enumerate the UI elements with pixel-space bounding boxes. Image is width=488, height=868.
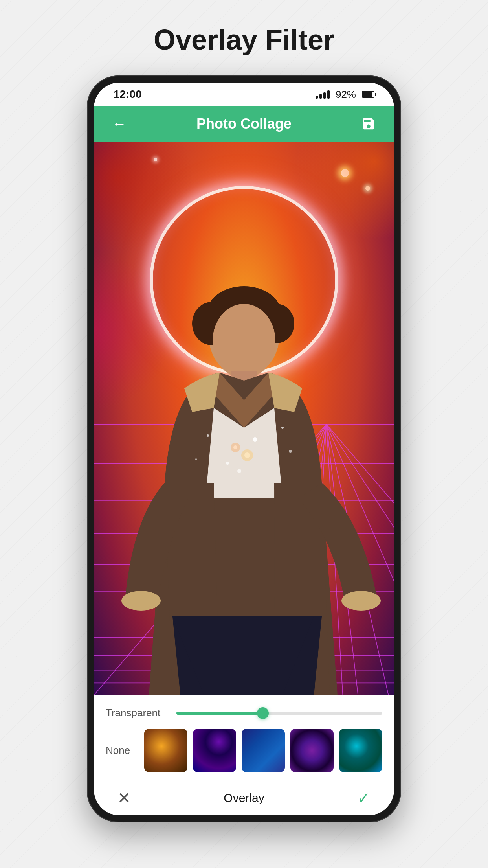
svg-point-35 [237,469,241,473]
phone-frame: 12:00 92% ← Photo Collage [87,75,401,822]
back-arrow-icon: ← [112,116,127,132]
svg-point-33 [226,462,229,465]
app-header: ← Photo Collage [94,106,394,142]
signal-icon [316,90,330,99]
filter-none-label: None [106,745,137,757]
slider-fill [176,712,263,715]
save-icon [361,116,376,131]
status-time: 12:00 [114,88,142,101]
svg-point-41 [289,450,292,453]
person-image [94,142,394,695]
svg-point-36 [241,449,253,461]
svg-point-30 [341,591,381,611]
page-title: Overlay Filter [154,24,334,56]
phone-inner: 12:00 92% ← Photo Collage [94,83,394,815]
save-button[interactable] [359,114,378,134]
filter-thumb-2[interactable] [193,729,236,772]
bottom-panel: Transparent None [94,695,394,780]
slider-row: Transparent [106,707,382,719]
svg-point-34 [253,437,257,442]
svg-point-37 [231,443,240,452]
svg-point-38 [207,434,209,437]
slider-thumb[interactable] [257,707,269,719]
slider-label: Transparent [106,707,169,719]
filter-thumb-5[interactable] [339,729,382,772]
filter-row: None [106,729,382,772]
svg-point-29 [121,591,161,611]
svg-point-39 [281,427,284,429]
status-right: 92% [316,88,374,101]
battery-text: 92% [336,88,356,101]
filter-thumb-3[interactable] [242,729,285,772]
action-bar: ✕ Overlay ✓ [94,780,394,815]
header-title: Photo Collage [196,116,292,132]
confirm-button[interactable]: ✓ [357,789,371,807]
filter-thumb-1[interactable] [144,729,187,772]
status-bar: 12:00 92% [94,83,394,106]
cancel-button[interactable]: ✕ [117,789,131,807]
battery-icon [362,91,374,98]
svg-point-40 [195,458,197,460]
main-image-area [94,142,394,695]
transparent-slider[interactable] [176,712,382,715]
back-button[interactable]: ← [110,114,129,134]
overlay-label: Overlay [224,791,264,805]
filter-thumb-4[interactable] [290,729,334,772]
svg-point-27 [213,304,275,379]
filter-thumbnails [144,729,382,772]
